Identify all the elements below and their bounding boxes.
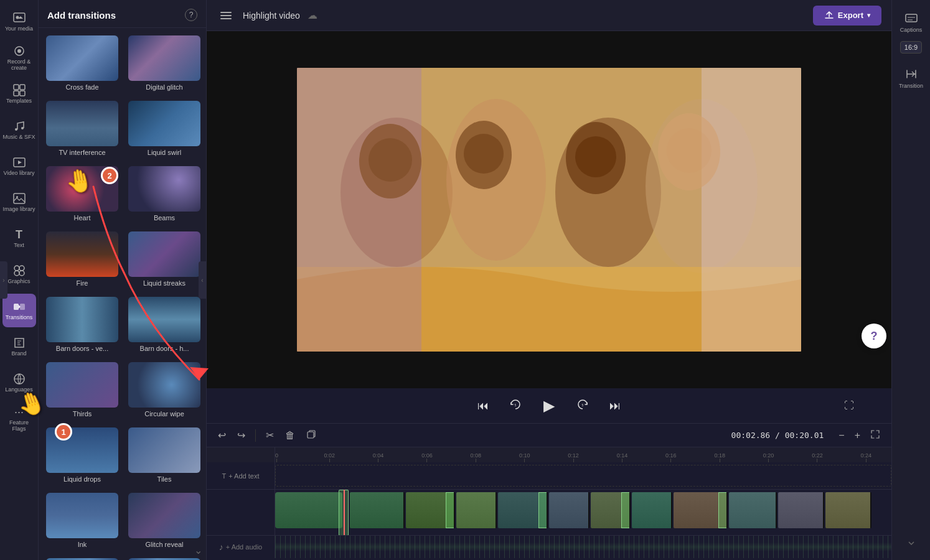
- redo-button[interactable]: ↪: [233, 427, 249, 444]
- sidebar-item-record-create-label: Record &create: [7, 59, 31, 72]
- help-button[interactable]: ?: [862, 324, 886, 348]
- clip-segment-5[interactable]: [591, 492, 631, 528]
- transition-item-fire[interactable]: Fire: [44, 229, 121, 289]
- sidebar-item-templates[interactable]: Templates: [2, 77, 36, 111]
- sidebar-item-record-create[interactable]: Record &create: [2, 41, 36, 75]
- main-content: Highlight video ☁ Export ▾: [207, 0, 891, 560]
- undo-button[interactable]: ↩: [214, 427, 230, 444]
- transition-item-barn-doors-h[interactable]: Barn doors - h...: [126, 294, 203, 355]
- clip-transition-7: [718, 492, 727, 528]
- aspect-ratio-badge[interactable]: 16:9: [900, 41, 922, 54]
- transition-thumb-liquid-streaks: [128, 231, 200, 277]
- transition-item-glitch-reveal[interactable]: Glitch reveal: [126, 490, 203, 551]
- play-pause-button[interactable]: ▶: [537, 394, 561, 417]
- transition-item-circular-wipe[interactable]: Circular wipe: [126, 360, 203, 420]
- panel-collapse-handle[interactable]: ‹: [199, 261, 206, 299]
- text-track-content[interactable]: [275, 465, 891, 487]
- add-audio-label[interactable]: + Add audio: [226, 543, 262, 551]
- delete-button[interactable]: 🗑: [281, 427, 299, 444]
- export-button[interactable]: Export ▾: [813, 6, 881, 26]
- sidebar-item-video-library-label: Video library: [4, 170, 35, 177]
- svg-rect-39: [906, 14, 917, 22]
- clip-segment-0[interactable]: [350, 492, 405, 528]
- transition-item-wipe-left[interactable]: ←Wipe left: [126, 556, 203, 560]
- project-name: Highlight video: [243, 11, 300, 21]
- transition-item-liquid-streaks[interactable]: Liquid streaks: [126, 229, 203, 289]
- export-chevron-icon: ▾: [867, 12, 870, 19]
- clip-segment-2[interactable]: [456, 492, 497, 528]
- sidebar-item-feature-flags[interactable]: ··· Feature Flags: [2, 402, 36, 436]
- panel-header: Add transitions ?: [39, 0, 206, 28]
- sidebar-item-image-library[interactable]: Image library: [2, 185, 36, 219]
- transition-item-heart[interactable]: Heart: [44, 164, 121, 224]
- transition-item-ink[interactable]: Ink: [44, 490, 121, 551]
- zoom-out-button[interactable]: −: [835, 429, 848, 442]
- skip-back-button[interactable]: ⏮: [472, 397, 494, 415]
- sidebar-item-transitions[interactable]: Transitions: [2, 294, 36, 327]
- clip-segment-7[interactable]: [674, 492, 728, 528]
- sidebar-item-brand[interactable]: Brand: [2, 330, 36, 363]
- ruler-spacer: [207, 447, 275, 462]
- graphics-icon: [12, 264, 26, 278]
- transition-item-thirds[interactable]: Thirds: [44, 360, 121, 420]
- clip-segment-10[interactable]: [825, 492, 871, 528]
- clip-segment-6[interactable]: [632, 492, 672, 528]
- clip-transition-1: [446, 492, 454, 528]
- sidebar-item-music-sfx-label: Music & SFX: [2, 134, 35, 141]
- clip-segment-9[interactable]: [778, 492, 824, 528]
- timeline-ruler-row: 00:020:040:060:080:100:120:140:160:180:2…: [207, 447, 891, 462]
- svg-point-15: [14, 271, 19, 276]
- right-panel-collapse-handle[interactable]: ›: [0, 261, 7, 299]
- feature-flags-icon: ···: [12, 405, 26, 419]
- transition-item-cross-fade[interactable]: Cross fade: [44, 33, 121, 93]
- transition-item-liquid-swirl[interactable]: Liquid swirl: [126, 98, 203, 159]
- audio-track-row: ♪ + Add audio: [207, 536, 891, 558]
- transition-panel-item[interactable]: Transition: [895, 61, 928, 95]
- skip-forward-button[interactable]: ⏭: [604, 397, 626, 415]
- transition-item-barn-doors-v[interactable]: Barn doors - ve...: [44, 294, 121, 355]
- ruler-mark-8: 0:16: [665, 452, 677, 462]
- transition-thumb-ink: [46, 493, 118, 538]
- copy-button[interactable]: [303, 427, 320, 444]
- transition-thumb-digital-glitch: [128, 35, 200, 81]
- transition-item-beams[interactable]: Beams: [126, 164, 203, 224]
- clip-segment-8[interactable]: [729, 492, 777, 528]
- fullscreen-button[interactable]: ⛶: [844, 400, 854, 411]
- clip-segment-1[interactable]: [406, 492, 455, 528]
- clip-segment-4[interactable]: [549, 492, 589, 528]
- transition-label-digital-glitch: Digital glitch: [146, 83, 182, 91]
- forward-5s-button[interactable]: 5: [571, 395, 594, 417]
- svg-point-8: [15, 128, 17, 131]
- clip-first[interactable]: [275, 492, 342, 528]
- transition-item-tv-interference[interactable]: TV interference: [44, 98, 121, 159]
- video-track-content: [275, 490, 891, 535]
- transition-thumb-barn-doors-v: [46, 297, 118, 342]
- scroll-down-button[interactable]: ⌄: [194, 544, 202, 556]
- cut-button[interactable]: ✂: [262, 427, 278, 444]
- fit-timeline-button[interactable]: [867, 428, 884, 442]
- sidebar-item-music-sfx[interactable]: Music & SFX: [2, 113, 36, 147]
- sidebar-item-video-library[interactable]: Video library: [2, 149, 36, 183]
- clip-segment-3[interactable]: [498, 492, 548, 528]
- sidebar-item-languages[interactable]: Languages: [2, 366, 36, 399]
- transition-item-wipe-right[interactable]: →Wipe right: [44, 556, 121, 560]
- add-text-label[interactable]: + Add text: [228, 472, 259, 480]
- captions-panel-item[interactable]: Captions: [895, 5, 928, 39]
- svg-point-32: [369, 138, 412, 182]
- rewind-5s-button[interactable]: 5: [504, 395, 527, 417]
- zoom-in-button[interactable]: +: [851, 429, 864, 442]
- svg-point-9: [21, 127, 24, 129]
- hamburger-menu[interactable]: [217, 8, 235, 23]
- sidebar-item-text[interactable]: T Text: [2, 222, 36, 255]
- transition-thumb-thirds: [46, 362, 118, 408]
- panel-help-button[interactable]: ?: [185, 9, 197, 21]
- transition-item-liquid-drops[interactable]: Liquid drops: [44, 425, 121, 485]
- svg-rect-38: [308, 432, 314, 438]
- transition-marker[interactable]: [339, 490, 349, 535]
- svg-point-35: [667, 128, 712, 173]
- transition-item-digital-glitch[interactable]: Digital glitch: [126, 33, 203, 93]
- transition-item-tiles[interactable]: Tiles: [126, 425, 203, 485]
- sidebar-item-feature-flags-label: Feature Flags: [2, 420, 36, 432]
- svg-rect-7: [20, 91, 25, 96]
- sidebar-item-your-media[interactable]: Your media: [2, 5, 36, 39]
